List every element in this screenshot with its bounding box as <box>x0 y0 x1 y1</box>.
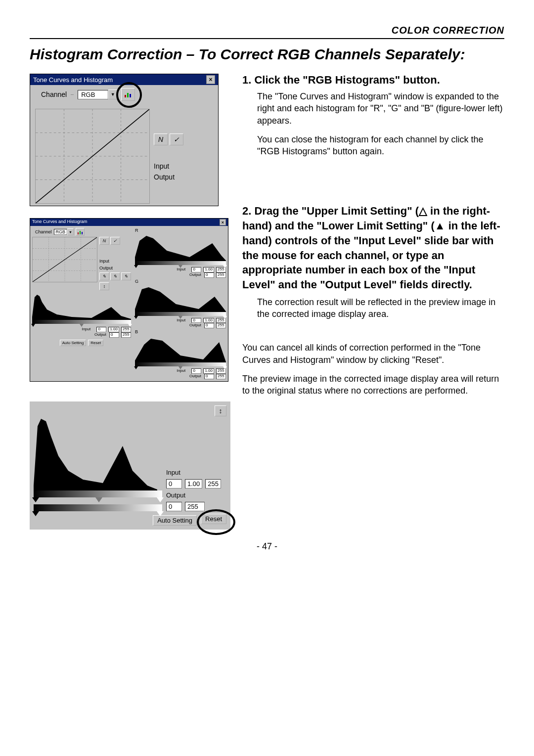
g-histogram <box>135 284 226 316</box>
note-paragraph: You can cancel all kinds of correction p… <box>242 342 504 366</box>
eyedropper-black-button[interactable]: ✎ <box>99 272 109 280</box>
apply-button[interactable]: ↕ <box>215 405 226 416</box>
input-gamma[interactable]: 1.00 <box>185 479 202 489</box>
step1-paragraph: The "Tone Curves and Histogram" window i… <box>257 90 504 127</box>
r-input-slider[interactable] <box>135 261 226 265</box>
channel-r-block: R Input01.00255 Output0255 <box>135 228 226 278</box>
master-histogram <box>32 292 131 324</box>
channel-select[interactable]: RGB ▼ <box>78 89 117 99</box>
g-input-slider[interactable] <box>135 312 226 316</box>
input-high[interactable]: 255 <box>121 327 131 332</box>
input-high[interactable]: 255 <box>205 479 221 489</box>
section-header: COLOR CORRECTION <box>30 25 504 39</box>
b-histogram <box>135 335 226 366</box>
upper-limit-handle[interactable] <box>157 497 164 502</box>
b-input-slider[interactable] <box>135 362 226 366</box>
tone-curves-window-expanded: Tone Curves and Histogram × Channel RGB … <box>30 218 228 382</box>
histogram-closeup: ↕ <box>30 401 230 530</box>
master-histogram <box>34 416 157 490</box>
rgb-histograms-button[interactable] <box>121 88 135 101</box>
smooth-tool-button[interactable]: ✓ <box>170 133 183 145</box>
note-paragraph: The preview image in the corrected image… <box>242 373 504 397</box>
input-slider[interactable] <box>34 490 162 497</box>
output-upper-handle[interactable] <box>157 511 164 516</box>
output-label: Output <box>99 266 131 270</box>
window-title: Tone Curves and Histogram <box>32 219 88 225</box>
output-low[interactable]: 0 <box>109 332 119 338</box>
input-low[interactable]: 0 <box>96 327 106 332</box>
input-gamma[interactable]: 1.00 <box>108 327 119 332</box>
svg-rect-2 <box>130 94 131 97</box>
rgb-histograms-button[interactable] <box>76 228 85 236</box>
apply-button[interactable]: ↕ <box>99 282 109 290</box>
svg-rect-12 <box>82 232 83 234</box>
freehand-tool-button[interactable]: N <box>99 237 109 245</box>
output-high[interactable]: 255 <box>121 332 131 338</box>
step2-heading: 2. Drag the "Upper Limit Setting" (△ in … <box>242 204 504 292</box>
input-label: Input <box>166 469 221 476</box>
input-row-label: Input <box>154 162 183 170</box>
chevron-down-icon[interactable]: ▼ <box>108 89 117 99</box>
channel-select[interactable]: RGB ▼ <box>54 228 74 235</box>
output-low[interactable]: 0 <box>166 502 182 511</box>
tone-curve-graph[interactable] <box>32 237 97 282</box>
svg-rect-0 <box>125 95 126 97</box>
tone-curve-graph[interactable] <box>35 109 150 204</box>
reset-button[interactable]: Reset <box>201 514 226 524</box>
close-icon[interactable]: × <box>206 75 215 84</box>
channel-label: Channel <box>35 229 52 234</box>
chevron-down-icon[interactable]: ▼ <box>67 228 74 235</box>
page-title: Histogram Correction – To Correct RGB Ch… <box>30 46 504 63</box>
step2-paragraph: The correction result will be reflected … <box>257 296 504 320</box>
close-icon[interactable]: × <box>220 219 226 225</box>
step1-paragraph: You can close the histogram for each cha… <box>257 133 504 158</box>
input-label: Input <box>99 259 131 264</box>
channel-label: Channel <box>41 90 67 98</box>
tone-curves-window-collapsed: Tone Curves and Histogram × Channel RGB … <box>30 74 219 206</box>
page-number: - 47 - <box>30 541 504 552</box>
eyedropper-gray-button[interactable]: ✎ <box>110 272 120 280</box>
eyedropper-white-button[interactable]: ✎ <box>121 272 131 280</box>
output-lower-handle[interactable] <box>32 511 39 516</box>
freehand-tool-button[interactable]: N <box>154 133 168 145</box>
channel-b-block: B Input01.00255 Output0255 <box>135 329 226 379</box>
step1-heading: 1. Click the "RGB Histograms" button. <box>242 74 504 87</box>
input-slider[interactable] <box>32 320 131 324</box>
svg-rect-11 <box>80 231 81 234</box>
output-high[interactable]: 255 <box>185 502 205 511</box>
window-title: Tone Curves and Histogram <box>33 76 113 84</box>
channel-g-block: G Input01.00255 Output0255 <box>135 279 226 329</box>
input-low[interactable]: 0 <box>166 479 182 489</box>
svg-rect-10 <box>78 232 79 234</box>
r-histogram <box>135 233 226 265</box>
reset-button[interactable]: Reset <box>88 340 103 346</box>
svg-rect-1 <box>127 93 129 97</box>
smooth-tool-button[interactable]: ✓ <box>110 237 120 245</box>
output-row-label: Output <box>154 173 183 181</box>
output-slider[interactable] <box>34 504 162 511</box>
lower-limit-handle[interactable] <box>32 497 39 502</box>
output-label: Output <box>166 491 221 499</box>
auto-setting-button[interactable]: Auto Setting <box>60 340 87 346</box>
gamma-handle[interactable] <box>95 497 102 502</box>
auto-setting-button[interactable]: Auto Setting <box>153 515 197 526</box>
